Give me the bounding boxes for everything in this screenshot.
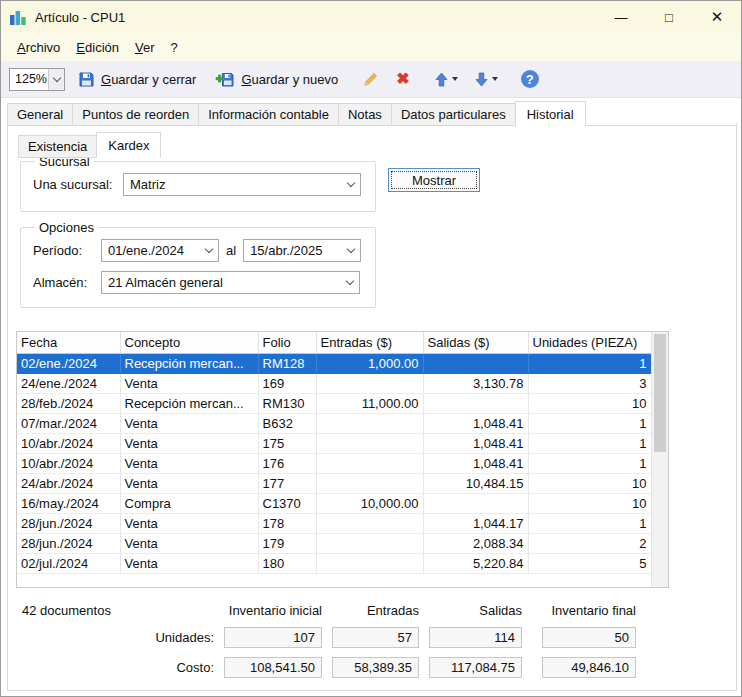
table-cell-salidas[interactable]: 10,484.15 [423,473,528,493]
minimize-button[interactable]: — [597,1,645,33]
zoom-dropdown-button[interactable] [48,69,64,90]
table-cell-concepto[interactable]: Venta [120,413,258,433]
table-cell-unidades[interactable]: 10 [528,473,651,493]
table-cell-concepto[interactable]: Venta [120,373,258,393]
chevron-down-icon[interactable] [342,174,360,195]
table-cell-fecha[interactable]: 28/feb./2024 [17,393,120,413]
table-row[interactable]: 10/abr./2024Venta1761,048.411 [17,453,651,473]
table-row[interactable]: 24/ene./2024Venta1693,130.783 [17,373,651,393]
table-cell-concepto[interactable]: Venta [120,433,258,453]
table-cell-fecha[interactable]: 28/jun./2024 [17,533,120,553]
table-cell-entradas[interactable] [316,513,423,533]
save-close-button[interactable]: Guardar y cerrar [72,67,202,92]
table-cell-entradas[interactable] [316,433,423,453]
table-cell-unidades[interactable]: 1 [528,513,651,533]
table-cell-salidas[interactable]: 1,048.41 [423,453,528,473]
table-cell-unidades[interactable]: 1 [528,413,651,433]
column-header-fecha[interactable]: Fecha [17,332,120,353]
table-cell-salidas[interactable]: 3,130.78 [423,373,528,393]
table-cell-folio[interactable]: 178 [258,513,316,533]
table-cell-folio[interactable]: 179 [258,533,316,553]
table-cell-salidas[interactable] [423,393,528,413]
table-row[interactable]: 24/abr./2024Venta17710,484.1510 [17,473,651,493]
close-button[interactable]: ✕ [693,1,741,33]
table-cell-folio[interactable]: C1370 [258,493,316,513]
table-row[interactable]: 02/ene./2024Recepción mercan...RM1281,00… [17,353,651,373]
scrollbar-thumb[interactable] [654,334,666,452]
table-cell-fecha[interactable]: 07/mar./2024 [17,413,120,433]
table-cell-folio[interactable]: 175 [258,433,316,453]
table-cell-folio[interactable]: 180 [258,553,316,573]
table-cell-unidades[interactable]: 1 [528,433,651,453]
table-cell-entradas[interactable]: 1,000.00 [316,353,423,373]
table-cell-fecha[interactable]: 02/jul./2024 [17,553,120,573]
table-cell-folio[interactable]: RM130 [258,393,316,413]
table-cell-folio[interactable]: 176 [258,453,316,473]
table-cell-concepto[interactable]: Recepción mercan... [120,393,258,413]
menu-archivo[interactable]: Archivo [9,37,68,58]
delete-button[interactable]: ✖ [391,67,414,91]
table-cell-concepto[interactable]: Recepción mercan... [120,353,258,373]
table-cell-salidas[interactable]: 1,048.41 [423,433,528,453]
sucursal-combobox[interactable]: Matriz [123,173,361,196]
column-header-unidades[interactable]: Unidades (PIEZA) [528,332,651,353]
save-new-button[interactable]: Guardar y nuevo [209,67,344,92]
edit-button[interactable] [357,67,384,92]
table-cell-fecha[interactable]: 28/jun./2024 [17,513,120,533]
table-cell-entradas[interactable] [316,553,423,573]
table-cell-unidades[interactable]: 10 [528,493,651,513]
table-cell-entradas[interactable] [316,453,423,473]
table-cell-concepto[interactable]: Venta [120,513,258,533]
menu-edicion[interactable]: Edición [68,37,127,58]
table-cell-entradas[interactable] [316,413,423,433]
table-cell-fecha[interactable]: 10/abr./2024 [17,433,120,453]
tab-puntos-de-reorden[interactable]: Puntos de reorden [72,103,199,125]
table-cell-folio[interactable]: B632 [258,413,316,433]
table-row[interactable]: 28/jun./2024Venta1792,088.342 [17,533,651,553]
tab-historial[interactable]: Historial [515,101,586,126]
next-record-button[interactable] [470,68,503,91]
table-row[interactable]: 07/mar./2024VentaB6321,048.411 [17,413,651,433]
table-cell-unidades[interactable]: 2 [528,533,651,553]
table-cell-unidades[interactable]: 10 [528,393,651,413]
table-row[interactable]: 16/may./2024CompraC137010,000.0010 [17,493,651,513]
maximize-button[interactable]: □ [645,1,693,33]
table-row[interactable]: 28/feb./2024Recepción mercan...RM13011,0… [17,393,651,413]
chevron-down-icon[interactable] [341,272,359,293]
table-cell-entradas[interactable] [316,373,423,393]
almacen-combobox[interactable]: 21 Almacén general [101,271,360,294]
tab-general[interactable]: General [7,103,73,125]
table-cell-folio[interactable]: 169 [258,373,316,393]
menu-help[interactable]: ? [163,37,186,58]
chevron-down-icon[interactable] [342,240,360,261]
table-cell-salidas[interactable]: 2,088.34 [423,533,528,553]
table-cell-fecha[interactable]: 16/may./2024 [17,493,120,513]
table-cell-entradas[interactable]: 10,000.00 [316,493,423,513]
table-cell-concepto[interactable]: Compra [120,493,258,513]
help-button[interactable]: ? [516,66,544,92]
tab-existencia[interactable]: Existencia [18,135,97,158]
table-cell-unidades[interactable]: 5 [528,553,651,573]
tab-datos-particulares[interactable]: Datos particulares [391,103,516,125]
table-cell-fecha[interactable]: 24/abr./2024 [17,473,120,493]
previous-record-button[interactable] [430,68,463,91]
table-cell-salidas[interactable]: 5,220.84 [423,553,528,573]
column-header-salidas[interactable]: Salidas ($) [423,332,528,353]
table-row[interactable]: 10/abr./2024Venta1751,048.411 [17,433,651,453]
zoom-combobox[interactable]: 125% [9,68,65,91]
table-cell-salidas[interactable]: 1,044.17 [423,513,528,533]
table-cell-entradas[interactable] [316,533,423,553]
table-cell-unidades[interactable]: 3 [528,373,651,393]
periodo-from-combobox[interactable]: 01/ene./2024 [101,239,219,262]
table-cell-fecha[interactable]: 24/ene./2024 [17,373,120,393]
tab-notas[interactable]: Notas [338,103,392,125]
column-header-entradas[interactable]: Entradas ($) [316,332,423,353]
table-row[interactable]: 28/jun./2024Venta1781,044.171 [17,513,651,533]
table-cell-fecha[interactable]: 10/abr./2024 [17,453,120,473]
tab-informacion-contable[interactable]: Información contable [198,103,339,125]
mostrar-button[interactable]: Mostrar [388,168,480,192]
table-cell-unidades[interactable]: 1 [528,353,651,373]
table-row[interactable]: 02/jul./2024Venta1805,220.845 [17,553,651,573]
vertical-scrollbar[interactable] [651,332,668,587]
table-cell-folio[interactable]: RM128 [258,353,316,373]
